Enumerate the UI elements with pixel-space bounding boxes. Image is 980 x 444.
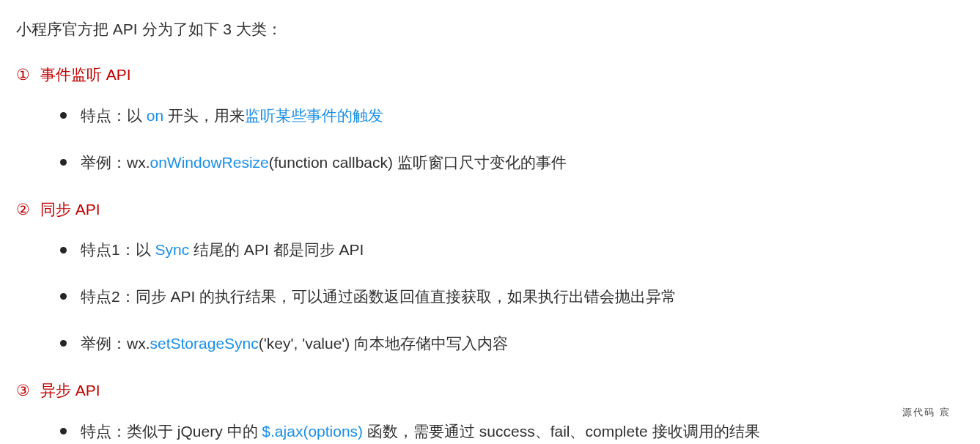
section-number: ① (16, 60, 30, 89)
text: 举例：wx. (81, 335, 150, 352)
text: 举例：wx. (81, 154, 150, 171)
sections-container: ①事件监听 API特点：以 on 开头，用来监听某些事件的触发举例：wx.onW… (16, 60, 964, 444)
section-1: ①事件监听 API特点：以 on 开头，用来监听某些事件的触发举例：wx.onW… (16, 60, 964, 177)
section-number: ③ (16, 376, 30, 405)
list-item: 特点：以 on 开头，用来监听某些事件的触发 (81, 101, 964, 130)
highlight-text: onWindowResize (150, 154, 269, 171)
list-item: 特点1：以 Sync 结尾的 API 都是同步 API (81, 235, 964, 264)
highlight-text: $.ajax(options) (262, 423, 367, 440)
text: 特点1：以 (81, 241, 155, 258)
list-item: 特点2：同步 API 的执行结果，可以通过函数返回值直接获取，如果执行出错会抛出… (81, 282, 964, 311)
highlight-text: Sync (155, 241, 190, 258)
text: 函数，需要通过 success、fail、complete 接收调用的结果 (367, 423, 760, 440)
list-item: 举例：wx.setStorageSync('key', 'value') 向本地… (81, 329, 964, 358)
text: (function callback) 监听窗口尺寸变化的事件 (269, 154, 567, 171)
section-title: 事件监听 API (40, 66, 131, 83)
intro-text: 小程序官方把 API 分为了如下 3 大类： (16, 15, 964, 44)
section-heading: ②同步 API (16, 195, 964, 224)
text: 特点：类似于 jQuery 中的 (81, 423, 262, 440)
list-item: 举例：wx.onWindowResize(function callback) … (81, 148, 964, 177)
bullet-list: 特点：以 on 开头，用来监听某些事件的触发举例：wx.onWindowResi… (16, 101, 964, 177)
text: ('key', 'value') 向本地存储中写入内容 (259, 335, 508, 352)
text: 结尾的 API 都是同步 API (189, 241, 364, 258)
section-heading: ③异步 API (16, 376, 964, 405)
text: 特点2：同步 API 的执行结果，可以通过函数返回值直接获取，如果执行出错会抛出… (81, 288, 677, 305)
section-number: ② (16, 195, 30, 224)
list-item: 特点：类似于 jQuery 中的 $.ajax(options) 函数，需要通过… (81, 417, 964, 444)
section-2: ②同步 API特点1：以 Sync 结尾的 API 都是同步 API特点2：同步… (16, 195, 964, 359)
text: 特点：以 (81, 107, 147, 124)
bullet-list: 特点1：以 Sync 结尾的 API 都是同步 API特点2：同步 API 的执… (16, 235, 964, 358)
watermark: 源代码 宸 (902, 404, 951, 422)
highlight-text: on (147, 107, 163, 124)
highlight-text: setStorageSync (150, 335, 259, 352)
section-title: 异步 API (40, 382, 100, 399)
section-heading: ①事件监听 API (16, 60, 964, 89)
bullet-list: 特点：类似于 jQuery 中的 $.ajax(options) 函数，需要通过… (16, 417, 964, 444)
text: 开头，用来 (163, 107, 245, 124)
highlight-text: 监听某些事件的触发 (245, 107, 383, 124)
section-3: ③异步 API特点：类似于 jQuery 中的 $.ajax(options) … (16, 376, 964, 444)
section-title: 同步 API (40, 201, 100, 218)
